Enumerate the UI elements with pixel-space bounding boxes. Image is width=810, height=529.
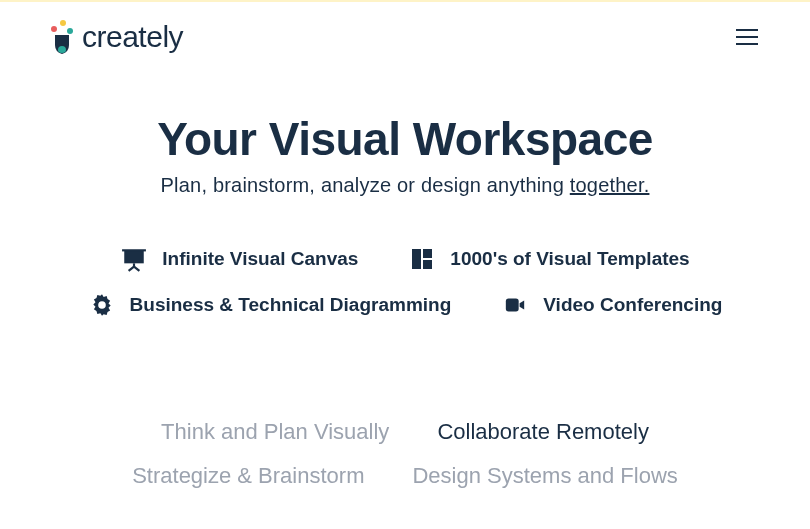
svg-point-11 bbox=[98, 301, 106, 309]
svg-rect-10 bbox=[423, 260, 432, 269]
feature-label: Video Conferencing bbox=[543, 294, 722, 316]
brand-name: creately bbox=[82, 20, 183, 54]
svg-rect-8 bbox=[412, 249, 421, 269]
link-design-systems[interactable]: Design Systems and Flows bbox=[412, 463, 677, 489]
logo-mark-icon bbox=[48, 20, 76, 54]
hero-title: Your Visual Workspace bbox=[40, 112, 770, 166]
feature-label: Business & Technical Diagramming bbox=[130, 294, 452, 316]
grid-icon bbox=[408, 245, 436, 273]
hero-subtitle: Plan, brainstorm, analyze or design anyt… bbox=[40, 174, 770, 197]
feature-diagramming: Business & Technical Diagramming bbox=[88, 291, 452, 319]
svg-line-7 bbox=[134, 267, 139, 271]
svg-rect-9 bbox=[423, 249, 432, 258]
hero-subtitle-underlined: together. bbox=[570, 174, 650, 196]
video-icon bbox=[501, 291, 529, 319]
hamburger-icon bbox=[736, 29, 758, 31]
gear-icon bbox=[88, 291, 116, 319]
svg-line-6 bbox=[129, 267, 134, 271]
feature-video: Video Conferencing bbox=[501, 291, 722, 319]
presentation-icon bbox=[120, 245, 148, 273]
svg-point-1 bbox=[51, 26, 57, 32]
brand-logo[interactable]: creately bbox=[48, 20, 183, 54]
hamburger-icon bbox=[736, 36, 758, 38]
link-strategize[interactable]: Strategize & Brainstorm bbox=[132, 463, 364, 489]
hero-section: Your Visual Workspace Plan, brainstorm, … bbox=[0, 72, 810, 197]
svg-rect-12 bbox=[506, 299, 519, 312]
feature-label: 1000's of Visual Templates bbox=[450, 248, 689, 270]
menu-button[interactable] bbox=[732, 25, 762, 49]
svg-point-0 bbox=[60, 20, 66, 26]
link-think-plan[interactable]: Think and Plan Visually bbox=[161, 419, 389, 445]
link-collaborate[interactable]: Collaborate Remotely bbox=[437, 419, 649, 445]
feature-infinite-canvas: Infinite Visual Canvas bbox=[120, 245, 358, 273]
feature-label: Infinite Visual Canvas bbox=[162, 248, 358, 270]
features-row: Infinite Visual Canvas 1000's of Visual … bbox=[0, 197, 810, 319]
secondary-links: Think and Plan Visually Collaborate Remo… bbox=[0, 319, 810, 489]
svg-rect-3 bbox=[125, 250, 145, 263]
header: creately bbox=[0, 2, 810, 72]
hero-subtitle-text: Plan, brainstorm, analyze or design anyt… bbox=[161, 174, 570, 196]
svg-rect-4 bbox=[122, 249, 146, 251]
svg-point-2 bbox=[67, 28, 73, 34]
feature-templates: 1000's of Visual Templates bbox=[408, 245, 689, 273]
hamburger-icon bbox=[736, 43, 758, 45]
